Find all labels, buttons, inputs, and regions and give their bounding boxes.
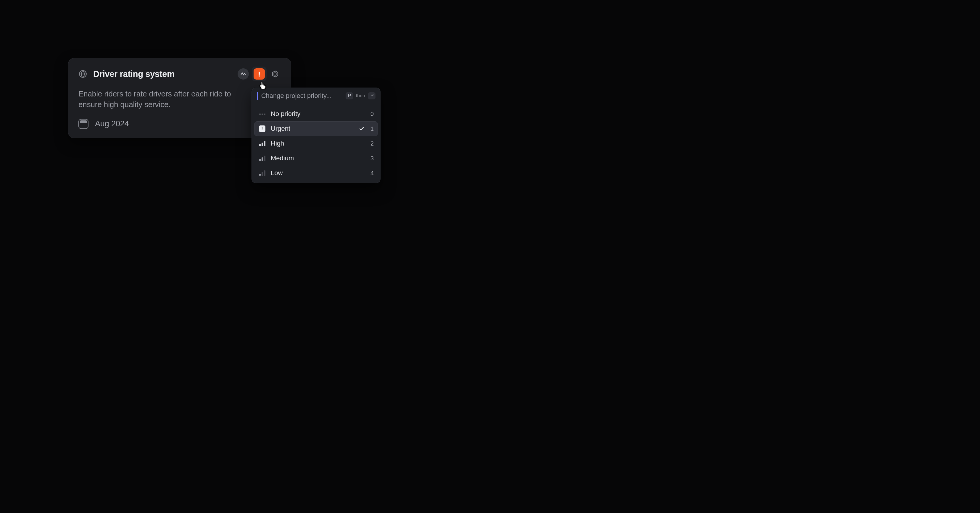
menu-item-label: Urgent	[271, 125, 353, 133]
kbd-hint-sep: then	[356, 93, 365, 98]
priority-search-input[interactable]	[261, 92, 343, 100]
priority-option-urgent[interactable]: ! Urgent 1	[254, 121, 378, 136]
menu-item-label: Low	[271, 169, 365, 177]
cycle-icon[interactable]	[270, 68, 281, 79]
card-actions	[238, 67, 281, 81]
priority-option-high[interactable]: High 2	[254, 136, 378, 151]
globe-icon	[78, 70, 87, 78]
check-icon	[358, 125, 365, 132]
caret-icon	[257, 92, 258, 100]
menu-item-label: No priority	[271, 110, 365, 118]
priority-button[interactable]	[254, 68, 265, 79]
low-icon	[258, 170, 266, 176]
project-title: Driver rating system	[93, 69, 232, 79]
card-footer: Aug 2024	[78, 119, 281, 129]
priority-menu: P then P No priority 0 ! Urgent	[251, 87, 380, 183]
menu-item-shortcut: 1	[369, 125, 374, 132]
kbd-hint-1: P	[345, 92, 353, 99]
svg-rect-1	[259, 72, 260, 75]
svg-rect-2	[259, 75, 260, 76]
status-icon[interactable]	[238, 68, 249, 79]
no-priority-icon	[258, 111, 266, 117]
menu-item-label: High	[271, 140, 365, 147]
calendar-icon	[78, 119, 89, 129]
medium-icon	[258, 155, 266, 162]
menu-item-shortcut: 0	[369, 111, 374, 118]
menu-item-shortcut: 4	[369, 170, 374, 176]
project-date: Aug 2024	[95, 119, 129, 129]
priority-button-wrap	[252, 67, 267, 81]
card-header: Driver rating system	[78, 67, 281, 81]
menu-item-label: Medium	[271, 154, 365, 162]
menu-item-shortcut: 2	[369, 140, 374, 147]
menu-item-shortcut: 3	[369, 155, 374, 162]
menu-list: No priority 0 ! Urgent 1 Hig	[252, 104, 380, 183]
menu-header: P then P	[252, 88, 380, 104]
project-description: Enable riders to rate drivers after each…	[78, 89, 253, 110]
kbd-hint-2: P	[368, 92, 375, 99]
urgent-icon: !	[258, 125, 266, 132]
priority-option-medium[interactable]: Medium 3	[254, 151, 378, 166]
high-icon	[258, 140, 266, 147]
priority-option-low[interactable]: Low 4	[254, 166, 378, 181]
priority-option-no-priority[interactable]: No priority 0	[254, 106, 378, 121]
